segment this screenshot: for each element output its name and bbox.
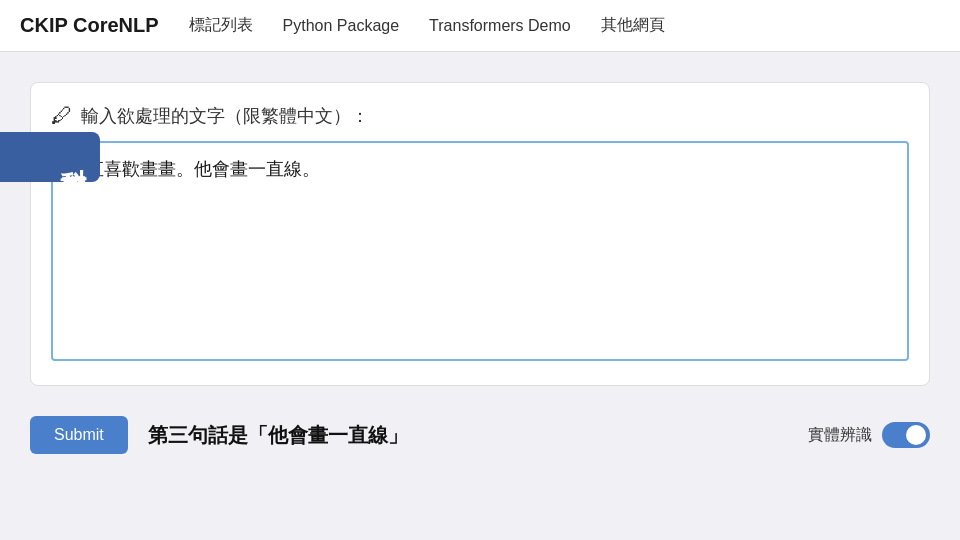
navbar: CKIP CoreNLP 標記列表 Python Package Transfo… [0, 0, 960, 52]
input-section: 🖊 輸入欲處理的文字（限繁體中文）： 一直喜歡畫畫。他會畫一直線。 [30, 82, 930, 386]
toggle-section: 實體辨識 [808, 422, 930, 448]
text-input[interactable]: 一直喜歡畫畫。他會畫一直線。 [51, 141, 909, 361]
nav-link-python[interactable]: Python Package [283, 13, 400, 39]
nav-links: 標記列表 Python Package Transformers Demo 其他… [189, 11, 940, 40]
bottom-bar: Submit 第三句話是「他會畫一直線」 實體辨識 [30, 406, 930, 464]
main-content: 科學再發現 🖊 輸入欲處理的文字（限繁體中文）： 一直喜歡畫畫。他會畫一直線。 … [0, 52, 960, 540]
nav-link-biaoji[interactable]: 標記列表 [189, 11, 253, 40]
side-watermark: 科學再發現 [0, 132, 100, 182]
navbar-brand: CKIP CoreNLP [20, 14, 159, 37]
label-icon: 🖊 [51, 103, 73, 129]
toggle-label: 實體辨識 [808, 425, 872, 446]
nav-link-more[interactable]: 其他網頁 [601, 15, 665, 36]
status-text: 第三句話是「他會畫一直線」 [148, 422, 788, 449]
entity-recognition-toggle[interactable] [882, 422, 930, 448]
submit-button[interactable]: Submit [30, 416, 128, 454]
input-label: 🖊 輸入欲處理的文字（限繁體中文）： [51, 103, 909, 129]
nav-link-transformers[interactable]: Transformers Demo [429, 13, 571, 39]
input-label-text: 輸入欲處理的文字（限繁體中文）： [81, 104, 369, 128]
